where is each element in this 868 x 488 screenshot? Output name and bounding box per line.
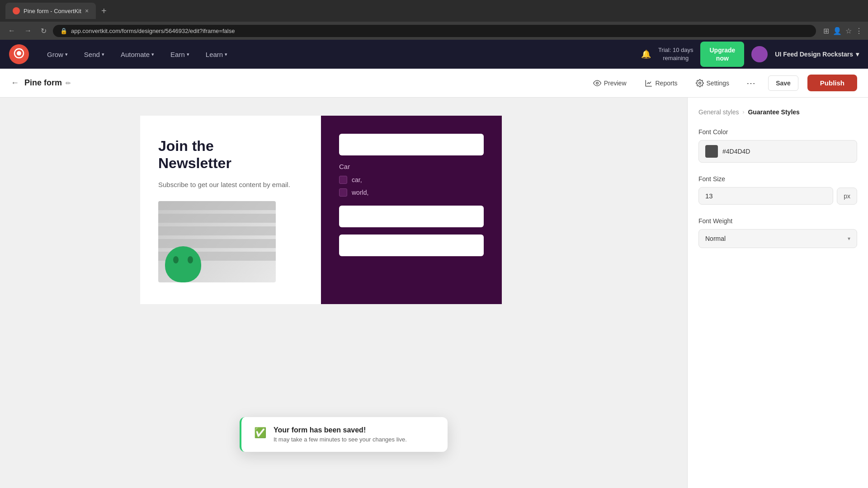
- character-right-eye: [188, 256, 193, 263]
- toast-success-icon: ✅: [254, 427, 266, 439]
- font-size-label: Font Size: [698, 175, 857, 183]
- settings-icon: [696, 79, 704, 87]
- eye-icon: [593, 79, 601, 87]
- font-size-section: Font Size px: [698, 175, 857, 205]
- form-left-panel: Join the Newsletter Subscribe to get our…: [140, 116, 321, 304]
- nav-back-button[interactable]: ←: [5, 25, 18, 37]
- form-input-field-2[interactable]: [339, 206, 484, 227]
- checkbox-item-car[interactable]: car,: [339, 176, 484, 184]
- checkbox-car-box[interactable]: [339, 176, 347, 184]
- toast-content: Your form has been saved! It may take a …: [274, 426, 407, 443]
- back-button[interactable]: ←: [11, 78, 19, 88]
- address-bar[interactable]: 🔒 app.convertkit.com/forms/designers/564…: [53, 25, 816, 37]
- lock-icon: 🔒: [60, 28, 67, 34]
- save-button[interactable]: Save: [768, 75, 798, 91]
- font-weight-section: Font Weight Normal ▾: [698, 217, 857, 248]
- character-left-eye: [173, 256, 179, 263]
- nav-item-grow[interactable]: Grow ▾: [40, 47, 75, 62]
- address-text: app.convertkit.com/forms/designers/56469…: [71, 28, 235, 34]
- font-weight-value: Normal: [705, 235, 726, 242]
- font-color-input[interactable]: #4D4D4D: [698, 140, 857, 163]
- automate-chevron-icon: ▾: [151, 52, 154, 57]
- form-input-field-1[interactable]: [339, 134, 484, 155]
- tab-close-btn[interactable]: ×: [85, 7, 89, 14]
- breadcrumb-separator-icon: ›: [742, 109, 744, 115]
- font-size-input[interactable]: [698, 187, 833, 205]
- user-name: UI Feed Design Rockstars: [775, 51, 853, 58]
- character-body: [165, 246, 201, 282]
- nav-items: Grow ▾ Send ▾ Automate ▾ Earn ▾ Learn ▾: [40, 47, 641, 62]
- checkbox-world-label: world,: [352, 189, 368, 196]
- nav-right: 🔔 Trial: 10 days remaining Upgrade now U…: [641, 42, 859, 67]
- tab-title: Pine form - ConvertKit: [24, 8, 81, 14]
- user-menu-chevron-icon: ▾: [856, 51, 859, 58]
- toast-title: Your form has been saved!: [274, 426, 407, 434]
- canvas-area: Join the Newsletter Subscribe to get our…: [0, 98, 687, 488]
- breadcrumb-guarantee-styles: Guarantee Styles: [748, 108, 799, 116]
- form-image: [158, 201, 276, 282]
- right-panel: General styles › Guarantee Styles Font C…: [687, 98, 868, 488]
- toast-notification: ✅ Your form has been saved! It may take …: [240, 417, 448, 452]
- logo-icon: [14, 48, 24, 61]
- color-hex-value: #4D4D4D: [722, 148, 750, 155]
- nav-item-learn[interactable]: Learn ▾: [198, 47, 235, 62]
- checkbox-item-world[interactable]: world,: [339, 188, 484, 197]
- form-right-panel: Car car, world,: [321, 116, 502, 304]
- upgrade-now-button[interactable]: Upgrade now: [700, 42, 744, 67]
- font-size-unit-label: px: [837, 188, 857, 205]
- checkbox-world-box[interactable]: [339, 188, 347, 197]
- font-size-input-row: px: [698, 187, 857, 205]
- send-chevron-icon: ▾: [102, 52, 104, 57]
- learn-chevron-icon: ▾: [225, 52, 227, 57]
- nav-item-send[interactable]: Send ▾: [77, 47, 112, 62]
- tab-favicon: [13, 7, 20, 14]
- top-navigation: Grow ▾ Send ▾ Automate ▾ Earn ▾ Learn ▾ …: [0, 40, 868, 69]
- toolbar-actions: Preview Reports Settings ⋯ Save Publish: [589, 75, 857, 91]
- browser-tab[interactable]: Pine form - ConvertKit ×: [5, 3, 96, 19]
- notification-bell-icon[interactable]: 🔔: [641, 49, 651, 59]
- color-swatch: [705, 145, 718, 158]
- publish-button[interactable]: Publish: [807, 75, 857, 91]
- font-color-section: Font Color #4D4D4D: [698, 128, 857, 163]
- bookmark-icon[interactable]: ☆: [845, 27, 852, 35]
- form-section-car-label: Car: [339, 163, 484, 170]
- toast-subtitle: It may take a few minutes to see your ch…: [274, 436, 407, 443]
- profile-icon[interactable]: 👤: [833, 27, 842, 35]
- trial-info: Trial: 10 days remaining: [658, 46, 693, 62]
- new-tab-button[interactable]: +: [99, 4, 108, 18]
- font-weight-label: Font Weight: [698, 217, 857, 225]
- user-menu[interactable]: UI Feed Design Rockstars ▾: [775, 51, 859, 58]
- svg-point-3: [698, 82, 701, 84]
- form-headline: Join the Newsletter: [158, 137, 303, 172]
- form-name-title: Pine form: [24, 78, 62, 88]
- avatar[interactable]: [751, 46, 768, 62]
- reports-icon: [645, 79, 653, 87]
- form-subtitle: Subscribe to get our latest content by e…: [158, 179, 303, 190]
- form-preview: Join the Newsletter Subscribe to get our…: [140, 116, 547, 304]
- character-illustration: [163, 242, 203, 282]
- preview-button[interactable]: Preview: [589, 76, 631, 90]
- logo[interactable]: [9, 44, 29, 64]
- breadcrumb-general-styles[interactable]: General styles: [698, 108, 739, 116]
- nav-refresh-button[interactable]: ↻: [38, 25, 49, 37]
- checkbox-car-label: car,: [352, 176, 362, 183]
- checkbox-group: car, world,: [339, 176, 484, 197]
- svg-point-2: [596, 82, 598, 84]
- nav-forward-button[interactable]: →: [22, 25, 34, 37]
- toolbar: ← Pine form ✏ Preview Reports Settings ⋯…: [0, 69, 868, 98]
- form-input-field-3[interactable]: [339, 235, 484, 256]
- nav-item-automate[interactable]: Automate ▾: [113, 47, 161, 62]
- earn-chevron-icon: ▾: [187, 52, 189, 57]
- nav-item-earn[interactable]: Earn ▾: [163, 47, 197, 62]
- more-options-button[interactable]: ⋯: [743, 76, 759, 90]
- font-weight-select[interactable]: Normal ▾: [698, 229, 857, 248]
- grow-chevron-icon: ▾: [65, 52, 68, 57]
- main-content: Join the Newsletter Subscribe to get our…: [0, 98, 868, 488]
- reports-button[interactable]: Reports: [640, 76, 682, 90]
- settings-button[interactable]: Settings: [691, 76, 734, 90]
- menu-icon[interactable]: ⋮: [855, 27, 863, 35]
- select-chevron-icon: ▾: [848, 235, 850, 242]
- extensions-icon[interactable]: ⊞: [823, 27, 829, 35]
- svg-point-1: [17, 51, 21, 56]
- edit-form-name-icon[interactable]: ✏: [66, 80, 71, 87]
